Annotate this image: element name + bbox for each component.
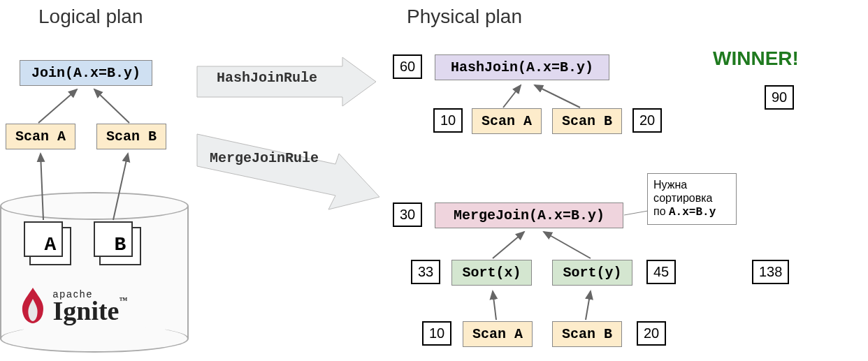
mergejoinrule-label: MergeJoinRule bbox=[210, 150, 319, 166]
svg-line-13 bbox=[493, 232, 524, 258]
sortx-cost: 33 bbox=[411, 260, 440, 284]
hash-scan-b-cost: 20 bbox=[632, 108, 662, 133]
logical-scan-b-node: Scan B bbox=[96, 124, 166, 149]
svg-line-1 bbox=[38, 89, 77, 123]
note-line2: сортировка bbox=[653, 191, 730, 205]
hash-scan-b-node: Scan B bbox=[552, 108, 622, 134]
table-b-box: B bbox=[99, 227, 141, 265]
hashjoinrule-label: HashJoinRule bbox=[217, 70, 317, 86]
database-cylinder bbox=[0, 192, 189, 353]
table-a-box: A bbox=[29, 227, 71, 265]
merge-scan-a-cost: 10 bbox=[422, 321, 451, 346]
hash-scan-a-node: Scan A bbox=[472, 108, 542, 134]
note-line1: Нужна bbox=[653, 178, 730, 191]
hash-scan-a-cost: 10 bbox=[433, 108, 463, 133]
svg-line-9 bbox=[503, 85, 521, 108]
mergejoin-cost: 30 bbox=[393, 202, 422, 227]
table-a-label: A bbox=[31, 234, 70, 256]
hash-total-cost: 90 bbox=[765, 85, 794, 110]
mergejoin-node: MergeJoin(A.x=B.y) bbox=[435, 202, 623, 228]
svg-line-10 bbox=[535, 85, 580, 108]
merge-scan-b-cost: 20 bbox=[637, 321, 666, 346]
svg-line-17 bbox=[586, 291, 591, 320]
note-line3-mono: A.x=B.y bbox=[669, 206, 716, 219]
apache-ignite-logo: apache Ignite™ bbox=[17, 286, 127, 327]
mergejoin-note: Нужна сортировка по A.x=B.y bbox=[647, 173, 737, 225]
logical-plan-heading: Logical plan bbox=[38, 6, 143, 28]
svg-line-14 bbox=[544, 232, 591, 258]
merge-scan-b-node: Scan B bbox=[552, 321, 622, 347]
mergejoinrule-arrow bbox=[196, 126, 384, 237]
merge-total-cost: 138 bbox=[752, 260, 789, 284]
merge-scan-a-node: Scan A bbox=[463, 321, 533, 347]
logical-join-node: Join(A.x=B.y) bbox=[20, 60, 152, 86]
hashjoin-cost: 60 bbox=[393, 54, 422, 79]
logo-ignite-text: Ignite bbox=[52, 296, 119, 325]
sorty-node: Sort(y) bbox=[552, 260, 632, 286]
hashjoin-node: HashJoin(A.x=B.y) bbox=[435, 54, 609, 80]
table-b-label: B bbox=[101, 234, 140, 256]
svg-line-16 bbox=[493, 291, 496, 320]
winner-label: WINNER! bbox=[713, 47, 799, 70]
note-line3-prefix: по bbox=[653, 205, 669, 217]
svg-line-2 bbox=[94, 89, 129, 123]
svg-marker-7 bbox=[197, 134, 379, 209]
sortx-node: Sort(x) bbox=[451, 260, 532, 286]
physical-plan-heading: Physical plan bbox=[407, 6, 522, 28]
sorty-cost: 45 bbox=[646, 260, 676, 284]
logical-scan-a-node: Scan A bbox=[6, 124, 75, 149]
svg-line-11 bbox=[624, 211, 648, 215]
